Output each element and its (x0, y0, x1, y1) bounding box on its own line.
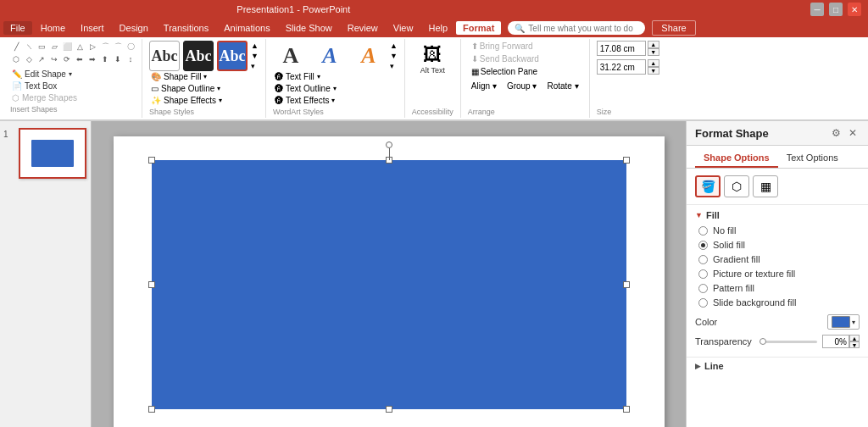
color-picker-btn[interactable]: ▾ (827, 314, 860, 330)
shape-effects-btn[interactable]: ✨ Shape Effects ▾ (149, 95, 259, 106)
close-btn[interactable]: ✕ (848, 3, 861, 16)
shape-item[interactable]: ◇ (23, 53, 35, 65)
shape-item[interactable]: △ (74, 41, 86, 53)
shape-item[interactable]: ⟳ (61, 53, 73, 65)
layout-icon-btn[interactable]: ▦ (753, 175, 778, 197)
shape-item[interactable]: ⬅ (74, 53, 86, 65)
shape-item[interactable]: ➡ (86, 53, 98, 65)
maximize-btn[interactable]: □ (829, 3, 843, 16)
shape-item[interactable]: ⌒ (112, 41, 124, 53)
shape-effects-icon: ✨ (151, 96, 161, 105)
group-btn[interactable]: Group ▾ (504, 80, 541, 92)
text-outline-btn[interactable]: 🅐 Text Outline ▾ (273, 83, 398, 94)
minimize-btn[interactable]: ─ (810, 3, 824, 16)
menu-design[interactable]: Design (113, 21, 155, 35)
send-backward-btn[interactable]: ⬇ Send Backward (468, 53, 542, 64)
fill-option-picture[interactable]: Picture or texture fill (698, 269, 860, 279)
height-input[interactable] (597, 41, 646, 56)
wordart-more[interactable]: ▲ ▼ ▾ (390, 42, 398, 70)
shape-item[interactable]: ⟍ (23, 41, 35, 53)
tab-shape-options[interactable]: Shape Options (695, 149, 778, 168)
menu-review[interactable]: Review (341, 21, 385, 35)
fill-option-pattern[interactable]: Pattern fill (698, 283, 860, 293)
edit-shape-btn[interactable]: ✏️ Edit Shape ▾ (10, 69, 136, 80)
shape-item[interactable]: ↗ (36, 53, 47, 65)
menu-slideshow[interactable]: Slide Show (279, 21, 339, 35)
shadow-icon-btn[interactable]: ⬡ (724, 175, 749, 197)
menu-home[interactable]: Home (34, 21, 72, 35)
share-button[interactable]: Share (652, 20, 695, 36)
handle-tl[interactable] (148, 157, 155, 164)
shape-item[interactable]: ↪ (48, 53, 60, 65)
fill-option-solid[interactable]: Solid fill (698, 240, 860, 250)
handle-bc[interactable] (386, 406, 392, 413)
fill-section-header[interactable]: ▼ Fill (695, 210, 860, 220)
menu-view[interactable]: View (387, 21, 420, 35)
handle-ml[interactable] (148, 281, 155, 288)
transparency-input[interactable] (822, 335, 849, 348)
slide-thumbnail[interactable] (19, 128, 86, 179)
tab-text-options[interactable]: Text Options (778, 149, 847, 168)
transparency-slider-container[interactable] (760, 337, 817, 346)
shape-item[interactable]: ↕ (125, 53, 136, 65)
text-effects-btn[interactable]: 🅐 Text Effects ▾ (273, 95, 398, 106)
height-up-btn[interactable]: ▲ (648, 41, 659, 48)
shape-item[interactable]: ⌒ (99, 41, 111, 53)
fill-effects-icon-btn[interactable]: 🪣 (695, 175, 721, 197)
handle-bl[interactable] (148, 406, 155, 413)
slide-canvas[interactable] (114, 136, 665, 428)
shape-style-2[interactable]: Abc (183, 41, 214, 71)
shape-item[interactable]: ▭ (36, 41, 47, 53)
handle-br[interactable] (623, 406, 630, 413)
merge-shapes-btn[interactable]: ⬡ Merge Shapes (10, 92, 136, 103)
canvas-area[interactable] (92, 121, 686, 427)
shape[interactable] (152, 160, 626, 409)
width-input[interactable] (597, 59, 646, 75)
handle-mr[interactable] (623, 281, 630, 288)
menu-file[interactable]: File (3, 21, 32, 35)
fill-option-slide-bg[interactable]: Slide background fill (698, 297, 860, 308)
width-up-btn[interactable]: ▲ (648, 59, 659, 67)
shape-item[interactable]: ⬜ (61, 41, 73, 53)
selection-pane-btn[interactable]: ▦ Selection Pane (468, 66, 541, 77)
wordart-a1[interactable]: A (273, 41, 309, 71)
shape-item[interactable]: ╱ (10, 41, 22, 53)
text-box-btn[interactable]: 📄 Text Box (10, 80, 136, 92)
slider-thumb[interactable] (760, 338, 766, 345)
search-input[interactable] (528, 24, 638, 33)
shape-item[interactable]: ⬆ (99, 53, 111, 65)
align-btn[interactable]: Align ▾ (468, 80, 500, 92)
panel-settings-btn[interactable]: ⚙ (829, 126, 843, 140)
menu-insert[interactable]: Insert (74, 21, 111, 35)
menu-format[interactable]: Format (456, 21, 501, 35)
width-down-btn[interactable]: ▼ (648, 67, 659, 75)
height-down-btn[interactable]: ▼ (648, 48, 659, 56)
shape-styles-more[interactable]: ▲ ▼ ▾ (251, 42, 259, 70)
line-section-header[interactable]: ▶ Line (695, 361, 860, 371)
shape-item[interactable]: ⬇ (112, 53, 124, 65)
transparency-up-btn[interactable]: ▲ (849, 335, 860, 341)
text-fill-btn[interactable]: 🅐 Text Fill ▾ (273, 71, 398, 82)
menu-animations[interactable]: Animations (217, 21, 276, 35)
fill-option-no-fill[interactable]: No fill (698, 225, 860, 236)
panel-close-btn[interactable]: ✕ (846, 126, 860, 140)
shape-style-3[interactable]: Abc (217, 41, 248, 71)
handle-tr[interactable] (623, 157, 630, 164)
shape-item[interactable]: ▷ (86, 41, 98, 53)
rotate-btn[interactable]: Rotate ▾ (543, 80, 581, 92)
wordart-a2[interactable]: A (312, 41, 348, 71)
rotate-handle[interactable] (386, 141, 392, 148)
shape-fill-btn[interactable]: 🎨 Shape Fill ▾ (149, 71, 259, 82)
shape-item[interactable]: 〇 (125, 41, 136, 53)
bring-forward-btn[interactable]: ⬆ Bring Forward (468, 41, 537, 52)
fill-option-gradient[interactable]: Gradient fill (698, 254, 860, 264)
shape-style-1[interactable]: Abc (149, 41, 180, 71)
menu-transitions[interactable]: Transitions (157, 21, 215, 35)
shape-outline-btn[interactable]: ▭ Shape Outline ▾ (149, 83, 259, 94)
transparency-down-btn[interactable]: ▼ (849, 341, 860, 348)
menu-help[interactable]: Help (421, 21, 454, 35)
wordart-a3[interactable]: A (351, 41, 387, 71)
alt-text-btn[interactable]: 🖼 Alt Text (417, 41, 448, 78)
shape-item[interactable]: ▱ (48, 41, 60, 53)
shape-item[interactable]: ⬡ (10, 53, 22, 65)
